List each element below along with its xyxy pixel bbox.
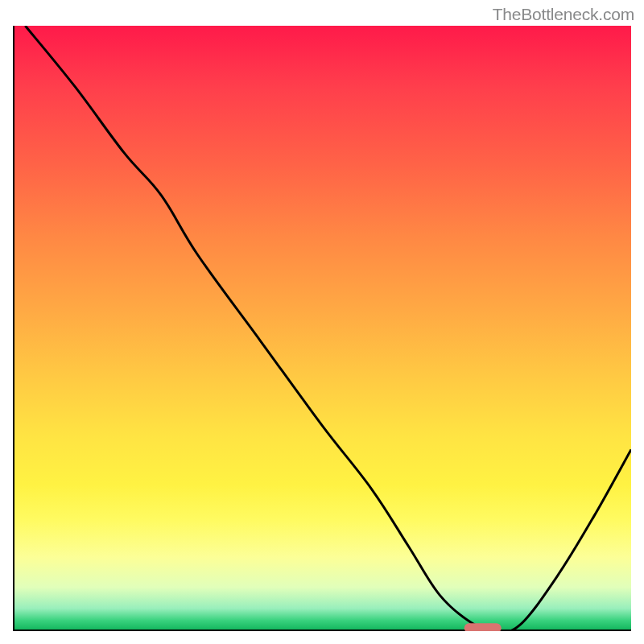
plot-gradient-background <box>13 26 631 631</box>
chart-container: TheBottleneck.com <box>0 0 644 644</box>
watermark-text: TheBottleneck.com <box>493 5 634 24</box>
